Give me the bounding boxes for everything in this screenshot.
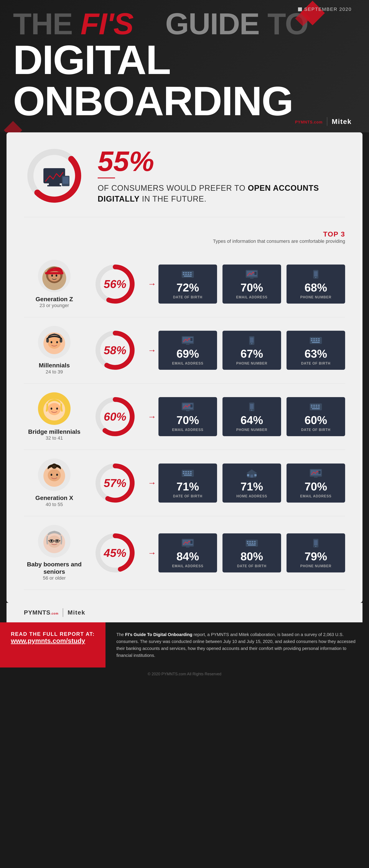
gen-data-gen-x: 71%DATE OF BIRTH 71%HOME ADDRESS 70%EMAI… <box>158 464 345 503</box>
footer-cta: READ THE FULL REPORT AT: www.pymnts.com/… <box>0 622 105 668</box>
title-the: THE <box>13 7 81 41</box>
hero-underline <box>98 178 115 178</box>
svg-rect-68 <box>250 404 253 409</box>
gen-arrow-millennials <box>146 345 158 355</box>
avatar-millennials <box>38 326 70 359</box>
card-percent-gen-z-2: 68% <box>305 282 327 293</box>
data-card-boomers-0: 84%EMAIL ADDRESS <box>158 533 217 572</box>
gen-arrow-gen-z <box>146 279 158 289</box>
gen-percent-bridge: 60% <box>104 410 126 423</box>
gen-label-gen-x: Generation X 40 to 55 <box>35 494 73 507</box>
svg-point-109 <box>51 540 52 542</box>
card-percent-gen-x-0: 71% <box>177 481 199 492</box>
svg-rect-105 <box>314 477 317 477</box>
footer-body-text: The FI's Guide To Digital Onboarding rep… <box>116 631 358 659</box>
gen-donut-bridge: 60% <box>91 397 139 436</box>
svg-rect-79 <box>312 408 320 409</box>
gen-age-gen-x: 40 to 55 <box>35 502 73 507</box>
data-card-gen-z-0: 72%DATE OF BIRTH <box>158 265 217 304</box>
svg-rect-28 <box>254 272 256 275</box>
main-content: 55% OF CONSUMERS WOULD PREFER TO OPEN AC… <box>6 132 363 603</box>
data-card-gen-x-1: 71%HOME ADDRESS <box>222 464 281 503</box>
gen-percent-gen-x: 57% <box>104 476 126 490</box>
svg-rect-24 <box>184 276 192 277</box>
avatar-gen-z <box>38 260 70 292</box>
gen-donut-gen-z: 56% <box>91 265 139 304</box>
svg-point-82 <box>51 474 52 476</box>
svg-point-46 <box>251 343 252 344</box>
svg-rect-18 <box>188 272 189 273</box>
card-percent-millennials-0: 69% <box>177 348 199 359</box>
data-card-millennials-2: 63%DATE OF BIRTH <box>286 331 345 370</box>
gen-data-millennials: 69%EMAIL ADDRESS 67%PHONE NUMBER 63%DATE… <box>158 331 345 370</box>
svg-rect-100 <box>250 474 253 477</box>
generation-rows: Generation Z 23 or younger 56% 72%DATE O… <box>24 251 345 590</box>
card-label-gen-x-2: EMAIL ADDRESS <box>300 494 332 498</box>
svg-rect-73 <box>316 405 317 406</box>
data-icon-phone <box>244 401 259 412</box>
avatar-bridge <box>38 392 70 425</box>
card-label-bridge-0: EMAIL ADDRESS <box>172 428 204 432</box>
svg-rect-76 <box>313 406 315 407</box>
gen-percent-boomers: 45% <box>104 547 126 559</box>
data-icon-home <box>244 468 259 479</box>
brand-divider <box>327 117 327 126</box>
svg-rect-27 <box>250 278 253 279</box>
footer-brand-divider <box>63 608 63 617</box>
card-percent-gen-x-2: 70% <box>305 481 327 492</box>
gen-age-bridge: 32 to 41 <box>28 435 80 441</box>
svg-rect-125 <box>252 541 253 542</box>
data-card-gen-z-2: 68%PHONE NUMBER <box>286 265 345 304</box>
footer-cta-url[interactable]: www.pymnts.com/study <box>11 637 95 645</box>
gen-label-boomers: Baby boomers and seniors 56 or older <box>24 561 85 581</box>
svg-rect-48 <box>311 338 313 339</box>
card-label-gen-z-1: EMAIL ADDRESS <box>236 295 268 299</box>
card-label-boomers-1: DATE OF BIRTH <box>237 564 266 568</box>
svg-rect-131 <box>248 545 256 546</box>
gen-name-boomers: Baby boomers and seniors <box>24 561 85 575</box>
gen-left-gen-z: Generation Z 23 or younger <box>24 260 85 309</box>
svg-point-69 <box>251 410 252 410</box>
data-icon-phone <box>308 269 324 280</box>
gen-left-boomers: Baby boomers and seniors 56 or older <box>24 525 85 581</box>
gen-donut-gen-x: 57% <box>91 464 139 503</box>
svg-rect-78 <box>318 406 320 407</box>
title-fis: FI'S <box>81 7 133 41</box>
svg-point-10 <box>51 275 53 277</box>
donut-svg-gen-x: 57% <box>95 464 134 503</box>
svg-rect-94 <box>185 473 187 474</box>
svg-rect-17 <box>185 272 187 273</box>
brand-mitek: Mitek <box>332 118 351 126</box>
avatar-gen-x <box>38 459 70 491</box>
svg-rect-128 <box>249 543 251 544</box>
gen-data-boomers: 84%EMAIL ADDRESS 80%DATE OF BIRTH 79%PHO… <box>158 533 345 572</box>
card-label-millennials-1: PHONE NUMBER <box>236 362 268 365</box>
svg-point-59 <box>51 407 52 410</box>
svg-rect-120 <box>186 547 189 548</box>
card-percent-bridge-1: 64% <box>241 414 263 426</box>
card-percent-gen-x-1: 71% <box>241 481 263 492</box>
gen-donut-boomers: 45% <box>91 533 139 572</box>
hero-percent: 55% <box>98 147 345 175</box>
svg-point-134 <box>315 546 316 547</box>
card-percent-gen-z-0: 72% <box>177 282 199 293</box>
svg-rect-54 <box>316 340 317 341</box>
svg-point-60 <box>56 407 58 410</box>
donut-svg-gen-z: 56% <box>95 265 134 304</box>
svg-rect-55 <box>318 340 320 341</box>
gen-name-gen-x: Generation X <box>35 494 73 502</box>
gen-arrow-gen-x <box>146 478 158 488</box>
hero-donut <box>24 145 85 206</box>
svg-rect-30 <box>314 271 317 276</box>
svg-rect-91 <box>188 471 189 472</box>
footer-body: The FI's Guide To Digital Onboarding rep… <box>105 622 369 668</box>
svg-rect-124 <box>249 541 251 542</box>
svg-rect-66 <box>190 404 192 407</box>
data-card-gen-z-1: 70%EMAIL ADDRESS <box>222 265 281 304</box>
svg-point-81 <box>48 469 61 481</box>
gen-age-boomers: 56 or older <box>24 575 85 581</box>
data-card-bridge-2: 60%DATE OF BIRTH <box>286 397 345 436</box>
data-icon-keyboard <box>180 269 195 280</box>
svg-rect-89 <box>183 471 185 472</box>
data-card-boomers-1: 80%DATE OF BIRTH <box>222 533 281 572</box>
